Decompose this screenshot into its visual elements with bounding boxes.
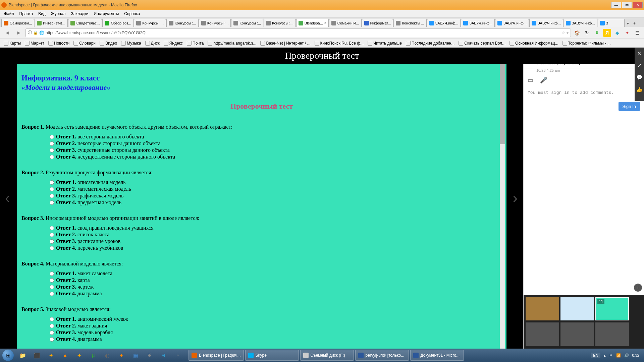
star-icon[interactable]: ☆ (561, 31, 565, 35)
answer-radio[interactable] (50, 330, 54, 335)
tray-chevron-icon[interactable]: ▴ (604, 353, 606, 358)
forward-button[interactable]: ► (14, 29, 23, 37)
answer-radio[interactable] (50, 200, 54, 205)
answer-radio[interactable] (50, 272, 54, 276)
like-icon[interactable]: 👍 (636, 86, 643, 93)
thumb-14[interactable] (595, 322, 629, 346)
next-slide-button[interactable]: › (508, 188, 522, 208)
answer-radio[interactable] (50, 135, 54, 139)
answer-radio[interactable] (50, 239, 54, 244)
menu-Журнал[interactable]: Журнал (48, 11, 68, 16)
maximize-button[interactable]: ▭ (622, 2, 632, 8)
answer-radio[interactable] (50, 317, 54, 321)
bookmark-item[interactable]: Новости (47, 41, 71, 46)
home-icon[interactable]: 🏠 (573, 29, 581, 37)
bookmark-item[interactable]: http://media.angarsk.s... (206, 41, 258, 46)
menu-Вид[interactable]: Вид (36, 11, 48, 16)
answer-radio[interactable] (50, 155, 54, 159)
thumb-12[interactable] (526, 322, 559, 346)
extension-icon-2[interactable]: ✦ (623, 29, 631, 37)
bookmark-item[interactable]: Почта (185, 41, 205, 46)
tray-network-icon[interactable]: 📶 (616, 353, 621, 358)
vlc-icon[interactable]: ▲ (58, 350, 72, 361)
browser-tab[interactable]: ЗАВУЧ.инф... (461, 19, 495, 27)
thumb-11[interactable]: 11 (595, 297, 629, 320)
browser-tab[interactable]: ЗАВУЧ.инф... (529, 19, 563, 27)
info-button[interactable]: i (634, 284, 642, 292)
utorrent-icon[interactable]: µ (87, 350, 100, 361)
browser-tab[interactable]: Обзор воз... (102, 19, 133, 27)
bookmark-item[interactable]: Скачать сериал Вол... (457, 41, 507, 46)
answer-radio[interactable] (50, 180, 54, 185)
answer-radio[interactable] (50, 292, 54, 296)
bookmark-item[interactable]: Base-Net | Интернет / ... (259, 41, 312, 46)
url-field[interactable]: ⓘ 🔒 🌐 https://www.blendspace.com/lessons… (25, 28, 571, 37)
close-button[interactable]: ✕ (633, 2, 643, 8)
bookmark-item[interactable]: Диск (144, 41, 161, 46)
bookmark-item[interactable]: Видео (98, 41, 119, 46)
reload-icon[interactable]: ↻ (583, 29, 591, 37)
menu-Закладки[interactable]: Закладки (68, 11, 91, 16)
bookmark-item[interactable]: КиноПоиск.Ru. Все ф... (313, 41, 365, 46)
browser-tab[interactable]: ЗАВУЧ.инф... (495, 19, 529, 27)
tab-list-button[interactable]: ▾ (625, 20, 631, 27)
answer-radio[interactable] (50, 285, 54, 289)
video-comment-icon[interactable]: ▭ (528, 76, 533, 84)
menu-Правка[interactable]: Правка (17, 11, 36, 16)
start-button[interactable]: ⊞ (1, 349, 15, 362)
answer-radio[interactable] (50, 141, 54, 146)
bookmark-item[interactable]: Читать дальше (366, 41, 404, 46)
answer-radio[interactable] (50, 278, 54, 283)
back-button[interactable]: ◄ (3, 29, 12, 37)
task-button[interactable]: Документ51 - Micro... (410, 350, 464, 361)
bookmark-item[interactable]: Яндекс (162, 41, 184, 46)
vertical-scrollbar[interactable] (500, 64, 505, 349)
browser-tab[interactable]: Конкурсы :... (264, 19, 296, 27)
browser-tab[interactable]: Свидетельс... (68, 19, 102, 27)
browser-tab[interactable]: Конкурсы :... (199, 19, 231, 27)
app-icon-1[interactable]: ⬛ (30, 350, 44, 361)
minimize-button[interactable]: — (611, 2, 621, 8)
prev-slide-button[interactable]: ‹ (1, 188, 14, 208)
bookmark-item[interactable]: Словари (72, 41, 97, 46)
answer-radio[interactable] (50, 194, 54, 198)
answer-radio[interactable] (50, 324, 54, 328)
audio-comment-icon[interactable]: 🎤 (540, 76, 547, 84)
browser-tab[interactable]: Информат... (362, 19, 393, 27)
task-button[interactable]: Blendspace | Графич... (189, 350, 244, 361)
browser-tab[interactable]: З (598, 19, 625, 27)
bookmark-item[interactable]: Маркет (23, 41, 46, 46)
browser-tab[interactable]: Конкурсы :... (231, 19, 263, 27)
browser-tab[interactable]: ЗАВУЧ.инф... (564, 19, 597, 27)
answer-radio[interactable] (50, 233, 54, 237)
browser-tab[interactable]: Blendspa...× (296, 19, 329, 27)
task-button[interactable]: pervyij-urok [только... (355, 350, 409, 361)
comment-icon[interactable]: 💬 (636, 74, 643, 80)
thumb-10[interactable] (560, 297, 594, 320)
browser-tab[interactable]: Семакин И... (329, 19, 362, 27)
tray-flag-icon[interactable]: 🏳 (609, 353, 613, 357)
signin-button[interactable]: Sign In (619, 102, 640, 111)
app-icon-2[interactable]: ✦ (44, 350, 58, 361)
tab-close-icon[interactable]: × (324, 21, 326, 25)
menu-Инструменты[interactable]: Инструменты (91, 11, 122, 16)
menu-Файл[interactable]: Файл (1, 11, 17, 16)
ie-icon[interactable]: e (157, 350, 170, 361)
comment-box[interactable]: You must sign in to add comments. (524, 86, 644, 99)
browser-tab[interactable]: Конкурсы :... (134, 19, 166, 27)
answer-radio[interactable] (50, 337, 54, 342)
browser-tab[interactable]: ЗАВУЧ.инф... (427, 19, 461, 27)
answer-radio[interactable] (50, 148, 54, 153)
answer-radio[interactable] (50, 226, 54, 230)
answer-radio[interactable] (50, 187, 54, 191)
explorer-icon[interactable]: 📁 (16, 350, 30, 361)
menu-Справка[interactable]: Справка (121, 11, 143, 16)
yandex-icon[interactable]: Я (603, 29, 611, 37)
task-button[interactable]: Skype (245, 350, 299, 361)
menu-icon[interactable]: ☰ (633, 29, 641, 37)
download-icon[interactable]: ⬇ (593, 29, 601, 37)
close-panel-icon[interactable]: ✕ (637, 50, 642, 56)
fullscreen-icon[interactable]: ⤢ (637, 62, 642, 68)
app-icon-3[interactable]: ✦ (72, 350, 86, 361)
bookmark-item[interactable]: Карты (2, 41, 22, 46)
